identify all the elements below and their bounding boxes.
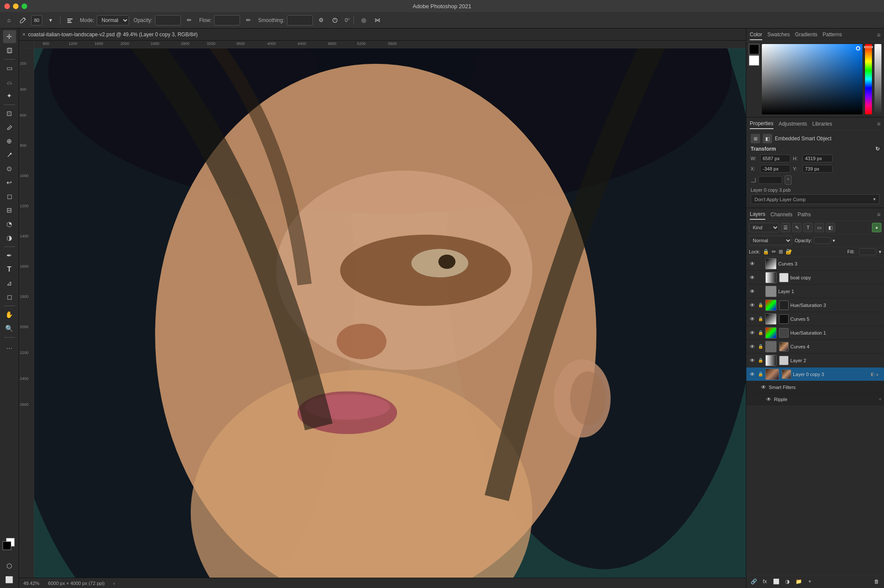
smart-filter-btn[interactable]: ◧ — [826, 223, 835, 232]
layer-item[interactable]: 👁 🔒 Layer 2 — [746, 354, 884, 367]
layer-visibility-toggle[interactable]: 👁 — [749, 357, 756, 364]
layer-visibility-toggle[interactable]: 👁 — [749, 343, 756, 350]
fg-color-preview[interactable] — [749, 44, 759, 54]
hand-tool[interactable]: ✋ — [3, 308, 16, 321]
lasso-tool[interactable]: ⌓ — [3, 76, 16, 89]
minimize-button[interactable] — [13, 3, 19, 9]
symmetry-btn[interactable]: ⋈ — [372, 15, 383, 26]
tab-swatches[interactable]: Swatches — [767, 30, 790, 40]
layer-item[interactable]: 👁 🔒 Layer 0 copy 3 ◧ ▴ — [746, 367, 884, 381]
clone-tool[interactable]: ⊙ — [3, 162, 16, 175]
pen-tool[interactable]: ✒ — [3, 249, 16, 262]
blur-tool[interactable]: ◔ — [3, 218, 16, 231]
filter-toggle-btn[interactable]: ● — [872, 223, 881, 232]
shape-tool[interactable]: ◻ — [3, 291, 16, 303]
close-tab-button[interactable]: × — [22, 32, 25, 38]
opacity-value-input[interactable]: 46% — [814, 237, 831, 244]
link-layers-btn[interactable]: 🔗 — [749, 577, 758, 586]
layer-visibility-toggle[interactable]: 👁 — [749, 316, 756, 322]
layer-item[interactable]: 👁 Layer 1 — [746, 285, 884, 298]
text-tool[interactable]: T — [3, 263, 16, 276]
mode-select[interactable]: Normal Multiply Screen — [97, 15, 129, 25]
layer-item[interactable]: 👁 🔒 Curves 5 — [746, 312, 884, 326]
sub-layer-item[interactable]: 👁 Smart Filters — [746, 381, 884, 393]
artboard-tool[interactable] — [3, 44, 16, 57]
add-folder-btn[interactable]: 📁 — [794, 577, 803, 586]
layer-item[interactable]: 👁 Curves 3 — [746, 257, 884, 271]
blend-mode-select[interactable]: Normal Multiply Screen — [749, 236, 792, 245]
extra-tools-btn[interactable]: … — [3, 340, 16, 353]
adjustment-filter-btn[interactable]: ✎ — [792, 223, 802, 232]
history-tool[interactable]: ↩ — [3, 176, 16, 189]
layer-visibility-toggle[interactable]: 👁 — [749, 288, 756, 295]
brush-options-btn[interactable] — [64, 15, 76, 26]
tab-patterns[interactable]: Patterns — [823, 30, 842, 40]
fill-value-input[interactable]: 100% — [859, 248, 876, 255]
settings-btn[interactable]: ⚙ — [316, 15, 327, 26]
opacity-input[interactable]: 100% — [155, 15, 181, 25]
selection-tool[interactable]: ▭ — [3, 62, 16, 75]
pixel-filter-btn[interactable]: ☰ — [781, 223, 790, 232]
add-mask-btn[interactable]: ⬜ — [771, 577, 781, 586]
fill-chevron[interactable]: ▾ — [879, 249, 881, 255]
zoom-tool[interactable]: 🔍 — [3, 322, 16, 335]
layer-visibility-toggle[interactable]: 👁 — [760, 384, 767, 391]
properties-panel-options[interactable]: ≡ — [877, 120, 881, 127]
dodge-tool[interactable]: ◑ — [3, 231, 16, 244]
tab-color[interactable]: Color — [750, 30, 762, 40]
eraser-tool[interactable]: ◻ — [3, 190, 16, 203]
color-panel-options[interactable]: ≡ — [877, 32, 881, 38]
close-button[interactable] — [4, 3, 10, 9]
tab-channels[interactable]: Channels — [770, 210, 792, 219]
layer-visibility-toggle[interactable]: 👁 — [749, 302, 756, 309]
shape-filter-btn[interactable]: ▭ — [815, 223, 824, 232]
tab-libraries[interactable]: Libraries — [812, 119, 832, 129]
add-style-btn[interactable]: fx — [760, 577, 770, 586]
lock-artboard-btn[interactable]: ⊞ — [779, 249, 783, 255]
layer-comp-selector[interactable]: Don't Apply Layer Comp ▾ — [751, 194, 880, 204]
layer-item[interactable]: 👁 🔒 Hue/Saturation 3 — [746, 298, 884, 312]
lock-pixel-btn[interactable]: ✏ — [772, 249, 776, 255]
tab-gradients[interactable]: Gradients — [795, 30, 818, 40]
add-layer-btn[interactable]: + — [805, 577, 815, 586]
home-button[interactable]: ⌂ — [3, 15, 15, 26]
tab-paths[interactable]: Paths — [798, 210, 811, 219]
hue-bar[interactable] — [865, 44, 872, 114]
angle-unit-btn[interactable]: ° — [785, 175, 792, 185]
brush-tool-side[interactable] — [3, 149, 16, 161]
color-gradient-picker[interactable] — [762, 44, 862, 114]
brush-tool[interactable] — [17, 15, 28, 26]
layer-visibility-toggle[interactable]: 👁 — [749, 274, 756, 281]
x-value[interactable]: -348 px — [760, 165, 790, 173]
heal-tool[interactable]: ⊕ — [3, 135, 16, 148]
foreground-color-swatch[interactable] — [3, 541, 11, 550]
quick-mask-btn[interactable]: ⬡ — [3, 560, 16, 572]
w-value[interactable]: 6587 px — [760, 155, 790, 162]
transparency-bar[interactable] — [875, 44, 881, 114]
layer-item[interactable]: 👁 🔒 Curves 4 — [746, 340, 884, 354]
brush-preset-btn[interactable]: ▾ — [45, 15, 56, 26]
canvas-viewport[interactable] — [34, 48, 746, 578]
layer-visibility-toggle[interactable]: 👁 — [749, 329, 756, 336]
y-value[interactable]: 739 px — [802, 165, 833, 173]
kind-filter-select[interactable]: Kind — [749, 223, 779, 232]
layer-visibility-toggle[interactable]: 👁 — [765, 396, 772, 403]
tab-layers[interactable]: Layers — [750, 209, 765, 220]
path-select-tool[interactable]: ⊿ — [3, 277, 16, 290]
type-filter-btn[interactable]: T — [803, 223, 813, 232]
layer-item[interactable]: 👁 🔒 Hue/Saturation 1 — [746, 326, 884, 340]
layers-panel-options[interactable]: ≡ — [877, 211, 881, 218]
add-adjustment-btn[interactable]: ◑ — [783, 577, 792, 586]
sub-layer-item[interactable]: 👁 Ripple ≈ — [746, 393, 884, 405]
delete-layer-btn[interactable]: 🗑 — [872, 577, 881, 586]
layer-visibility-toggle[interactable]: 👁 — [749, 371, 756, 378]
layer-expand-button[interactable]: ▴ — [876, 372, 881, 376]
magic-wand-tool[interactable]: ✦ — [3, 89, 16, 102]
angle-input[interactable]: 0.00° — [758, 176, 782, 184]
brush-size-box[interactable]: 80 — [31, 15, 42, 25]
flow-pen-btn[interactable]: ✏ — [243, 15, 254, 26]
angle-btn[interactable] — [329, 15, 341, 26]
h-value[interactable]: 4319 px — [802, 155, 833, 162]
smoothing-input[interactable]: 22% — [287, 15, 313, 25]
flow-input[interactable]: 100% — [214, 15, 240, 25]
